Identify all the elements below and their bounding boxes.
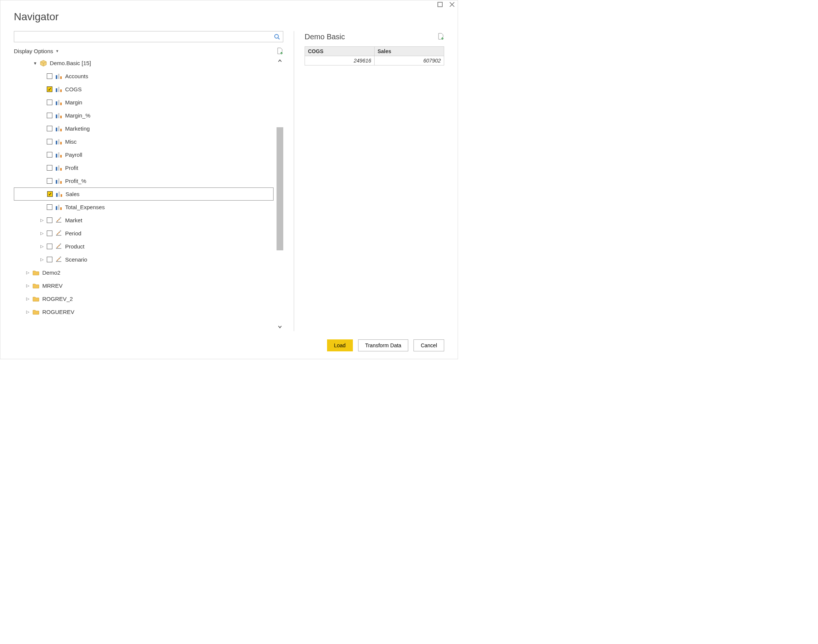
expander-icon[interactable]: ▷ — [26, 283, 29, 288]
cell: 607902 — [375, 56, 444, 66]
tree-item-margin_%[interactable]: Margin_% — [14, 109, 274, 122]
dimension-icon — [55, 230, 62, 237]
expander-icon[interactable]: ▷ — [26, 296, 29, 301]
checkbox[interactable] — [47, 113, 52, 118]
expander-icon[interactable]: ▷ — [40, 218, 44, 223]
expander-icon[interactable]: ▷ — [40, 244, 44, 249]
preview-panel: Demo Basic COGSSales249616607902 — [305, 31, 444, 331]
checkbox[interactable] — [47, 244, 52, 249]
tree-root[interactable]: ▼Demo.Basic [15] — [14, 57, 274, 70]
tree-folder-rogrev_2[interactable]: ▷ROGREV_2 — [14, 292, 274, 305]
checkbox[interactable] — [47, 230, 52, 236]
tree-item-profit[interactable]: Profit — [14, 161, 274, 174]
tree-item-label: ROGUEREV — [42, 309, 75, 315]
checkbox[interactable] — [47, 126, 52, 131]
load-button[interactable]: Load — [327, 339, 353, 351]
cube-icon — [40, 60, 47, 67]
tree-item-label: Margin — [65, 99, 82, 106]
cancel-button[interactable]: Cancel — [414, 339, 444, 351]
tree-item-label: Sales — [66, 191, 80, 197]
bars-icon — [55, 138, 62, 145]
tree-item-label: Product — [65, 243, 84, 250]
checkbox[interactable] — [47, 191, 53, 197]
vertical-scrollbar[interactable] — [277, 57, 283, 331]
expander-icon[interactable]: ▷ — [26, 270, 29, 275]
dimension-icon — [55, 217, 62, 224]
tree-item-accounts[interactable]: Accounts — [14, 70, 274, 83]
tree-item-label: MRREV — [42, 282, 63, 289]
checkbox[interactable] — [47, 152, 52, 158]
close-icon[interactable] — [449, 2, 455, 7]
tree-item-label: Profit — [65, 165, 78, 171]
tree-item-payroll[interactable]: Payroll — [14, 148, 274, 161]
tree-item-product[interactable]: ▷Product — [14, 240, 274, 253]
maximize-icon[interactable] — [437, 2, 443, 7]
tree-item-market[interactable]: ▷Market — [14, 214, 274, 227]
search-input[interactable] — [17, 33, 274, 40]
navigator-tree[interactable]: ▼Demo.Basic [15]AccountsCOGSMarginMargin… — [14, 57, 283, 331]
expander-icon[interactable]: ▷ — [26, 310, 29, 314]
bars-icon — [55, 178, 62, 184]
tree-item-sales[interactable]: Sales — [14, 187, 274, 201]
tree-folder-demo2[interactable]: ▷Demo2 — [14, 266, 274, 279]
search-input-container[interactable] — [14, 31, 283, 42]
svg-rect-7 — [438, 2, 442, 7]
preview-title: Demo Basic — [305, 32, 345, 41]
checkbox[interactable] — [47, 257, 52, 262]
checkbox[interactable] — [47, 100, 52, 105]
bars-icon — [55, 125, 62, 132]
bars-icon — [56, 191, 63, 198]
dimension-icon — [55, 256, 62, 263]
expander-icon[interactable]: ▷ — [40, 231, 44, 236]
search-icon[interactable] — [274, 34, 280, 40]
tree-item-label: Marketing — [65, 125, 90, 132]
refresh-preview-icon[interactable] — [437, 33, 444, 40]
tree-item-label: ROGREV_2 — [42, 296, 73, 302]
tree-folder-mrrev[interactable]: ▷MRREV — [14, 279, 274, 292]
tree-item-marketing[interactable]: Marketing — [14, 122, 274, 135]
display-options-dropdown[interactable]: Display Options ▼ — [14, 48, 59, 54]
page-title: Navigator — [14, 11, 444, 23]
transform-data-button[interactable]: Transform Data — [358, 339, 409, 351]
display-options-label: Display Options — [14, 48, 53, 54]
checkbox[interactable] — [47, 204, 52, 210]
tree-item-profit_%[interactable]: Profit_% — [14, 174, 274, 187]
tree-folder-roguerev[interactable]: ▷ROGUEREV — [14, 305, 274, 319]
tree-item-period[interactable]: ▷Period — [14, 227, 274, 240]
bars-icon — [55, 204, 62, 211]
tree-item-label: Demo2 — [42, 270, 60, 276]
expander-icon[interactable]: ▷ — [40, 257, 44, 262]
tree-item-total_expenses[interactable]: Total_Expenses — [14, 201, 274, 214]
tree-item-label: Total_Expenses — [65, 204, 105, 210]
bars-icon — [55, 73, 62, 80]
dialog-footer: Load Transform Data Cancel — [14, 331, 444, 351]
tree-item-misc[interactable]: Misc — [14, 135, 274, 148]
checkbox[interactable] — [47, 139, 52, 144]
folder-icon — [32, 296, 39, 302]
checkbox[interactable] — [47, 178, 52, 184]
navigator-left-panel: Display Options ▼ ▼Demo.Basic [15]Accoun… — [14, 31, 283, 331]
cell: 249616 — [305, 56, 375, 66]
bars-icon — [55, 112, 62, 119]
scroll-up-icon[interactable] — [277, 57, 283, 66]
tree-item-label: Margin_% — [65, 112, 90, 119]
chevron-down-icon: ▼ — [55, 49, 59, 53]
column-header: COGS — [305, 47, 375, 56]
tree-item-label: Profit_% — [65, 178, 86, 184]
tree-item-scenario[interactable]: ▷Scenario — [14, 253, 274, 266]
checkbox[interactable] — [47, 218, 52, 223]
tree-item-label: Scenario — [65, 256, 87, 263]
checkbox[interactable] — [47, 165, 52, 171]
bars-icon — [55, 99, 62, 106]
tree-item-margin[interactable]: Margin — [14, 96, 274, 109]
checkbox[interactable] — [47, 86, 52, 92]
tree-item-label: Market — [65, 217, 82, 223]
expander-icon[interactable]: ▼ — [33, 61, 37, 66]
tree-item-label: COGS — [65, 86, 81, 92]
folder-icon — [32, 270, 39, 276]
tree-item-cogs[interactable]: COGS — [14, 83, 274, 96]
checkbox[interactable] — [47, 74, 52, 79]
refresh-icon[interactable] — [277, 48, 283, 54]
scroll-down-icon[interactable] — [277, 322, 283, 331]
tree-item-label: Payroll — [65, 152, 82, 158]
